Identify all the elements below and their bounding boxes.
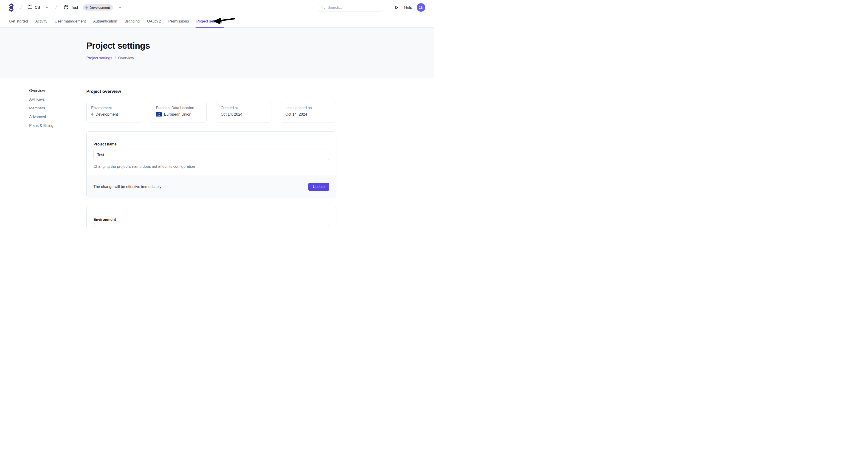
search-input[interactable]	[328, 5, 379, 10]
environment-panel: Environment Development	[86, 207, 336, 227]
info-card-label: Created at	[221, 106, 267, 110]
content-area: Overview API Keys Members Advanced Plans…	[0, 78, 434, 227]
project-name-panel: Project name Changing the project's name…	[86, 132, 336, 198]
info-card-value: Oct 14, 2024	[221, 112, 242, 116]
project-name-helper: Changing the project's name does not aff…	[93, 164, 329, 169]
info-card-label: Personal Data Location	[156, 106, 202, 110]
project-switcher[interactable]: Test Development	[64, 4, 122, 10]
package-icon	[64, 5, 69, 10]
info-card-data-location: Personal Data Location European Union	[151, 102, 207, 122]
info-card-value: European Union	[164, 112, 191, 116]
tab-project-settings[interactable]: Project settings	[196, 15, 223, 27]
section-heading: Project overview	[86, 89, 336, 94]
info-card-value: Development	[95, 112, 118, 116]
info-card-label: Environment	[91, 106, 137, 110]
folder-icon	[28, 5, 32, 10]
sidebar-item-advanced[interactable]: Advanced	[29, 115, 86, 120]
help-link[interactable]: Help	[404, 5, 412, 10]
breadcrumb-current: Overview	[118, 56, 134, 60]
settings-sidenav: Overview API Keys Members Advanced Plans…	[0, 78, 86, 227]
tab-get-started[interactable]: Get started	[9, 15, 29, 27]
breadcrumb-separator: /	[20, 5, 28, 10]
info-card-created-at: Created at Oct 14, 2024	[216, 102, 272, 122]
tab-activity[interactable]: Activity	[35, 15, 48, 27]
tab-authentication[interactable]: Authentication	[93, 15, 118, 27]
header-actions: Help CN	[318, 3, 425, 12]
org-name: CB	[35, 5, 40, 10]
sidebar-item-members[interactable]: Members	[29, 106, 86, 111]
breadcrumb-separator: /	[49, 5, 64, 10]
main-tabbar: Get started Activity User management Aut…	[0, 15, 434, 28]
footer-note: The change will be effective immediately	[93, 184, 161, 189]
user-avatar[interactable]: CN	[417, 3, 425, 12]
play-icon[interactable]	[394, 5, 399, 10]
page-hero: Project settings Project settings / Over…	[0, 28, 434, 78]
project-name-input[interactable]	[93, 150, 329, 160]
search-box[interactable]	[318, 4, 382, 11]
environment-select[interactable]: Development	[93, 225, 329, 227]
tab-permissions[interactable]: Permissions	[168, 15, 189, 27]
status-dot-icon	[86, 6, 88, 9]
project-name-label: Project name	[93, 142, 329, 146]
tab-user-management[interactable]: User management	[54, 15, 86, 27]
environment-label: Environment	[93, 218, 329, 222]
tab-oauth2[interactable]: OAuth 2	[147, 15, 161, 27]
info-card-label: Last updated on	[285, 106, 331, 110]
tab-branding[interactable]: Branding	[124, 15, 140, 27]
info-card-environment: Environment Development	[86, 102, 142, 122]
org-switcher[interactable]: CB	[28, 5, 49, 10]
info-card-value: Oct 14, 2024	[285, 112, 307, 116]
chevron-down-icon	[45, 6, 49, 9]
breadcrumb-link-project-settings[interactable]: Project settings	[86, 56, 112, 60]
environment-badge: Development	[83, 4, 113, 10]
header-divider	[387, 4, 387, 11]
page-title: Project settings	[86, 41, 434, 51]
status-dot-icon	[91, 113, 93, 116]
update-button[interactable]: Update	[308, 183, 329, 191]
settings-main: Project overview Environment Development…	[86, 78, 336, 227]
info-card-row: Environment Development Personal Data Lo…	[86, 102, 336, 122]
sidebar-item-overview[interactable]: Overview	[29, 88, 86, 94]
sidebar-item-api-keys[interactable]: API Keys	[29, 97, 86, 103]
project-name: Test	[71, 5, 78, 10]
chevron-down-icon	[118, 6, 122, 9]
sidebar-item-plans-billing[interactable]: Plans & Billing	[29, 123, 86, 129]
search-icon	[321, 5, 325, 10]
project-name-footer: The change will be effective immediately…	[87, 176, 336, 198]
app-header: / CB / Test De	[0, 0, 434, 15]
breadcrumb: Project settings / Overview	[86, 56, 434, 60]
environment-badge-label: Development	[90, 5, 110, 9]
corbado-logo-icon[interactable]	[8, 3, 15, 12]
eu-flag-icon	[156, 112, 162, 116]
info-card-last-updated: Last updated on Oct 14, 2024	[281, 102, 336, 122]
header-breadcrumb: / CB / Test De	[8, 3, 122, 12]
breadcrumb-separator: /	[113, 56, 117, 60]
